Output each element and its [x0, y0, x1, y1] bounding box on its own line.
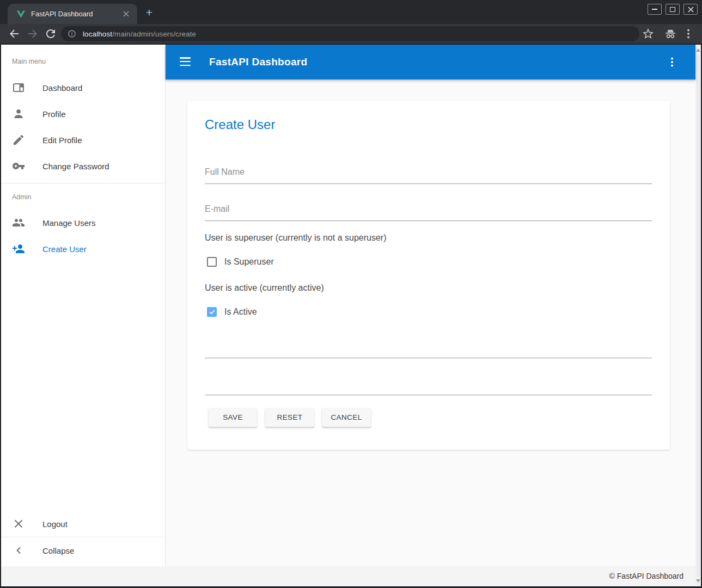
sidebar-item-label: Edit Profile	[42, 136, 82, 145]
url-path: /main/admin/users/create	[112, 30, 196, 38]
confirm-password-field-wrap	[205, 373, 652, 395]
email-input[interactable]	[205, 199, 652, 220]
email-field-wrap	[205, 199, 652, 221]
is-active-label: Is Active	[224, 307, 257, 317]
sidebar-item-logout[interactable]: Logout	[1, 511, 165, 537]
check-icon	[209, 309, 216, 316]
app-footer: © FastAPI Dashboard	[1, 566, 695, 586]
active-hint: User is active (currently active)	[205, 283, 324, 293]
sidebar-item-label: Manage Users	[42, 218, 96, 228]
page-title: Create User	[205, 117, 275, 132]
confirm-password-input[interactable]	[205, 373, 652, 395]
sidebar-item-create-user[interactable]: Create User	[1, 236, 165, 262]
maximize-icon	[670, 7, 675, 12]
sidebar-item-profile[interactable]: Profile	[1, 101, 165, 127]
set-password-field-wrap	[205, 336, 652, 358]
tab-close-icon[interactable]	[121, 9, 131, 19]
app-menu-kebab-icon[interactable]	[666, 56, 679, 69]
reset-button[interactable]: RESET	[265, 408, 314, 427]
people-icon	[12, 216, 25, 229]
app-header: FastAPI Dashboard	[166, 45, 695, 79]
hamburger-menu-icon[interactable]	[180, 57, 191, 66]
address-bar[interactable]: localhost/main/admin/users/create	[61, 26, 639, 41]
app-viewport: Main menu Dashboard Profile	[1, 45, 701, 586]
sidebar-item-label: Dashboard	[42, 83, 82, 93]
window-controls	[648, 4, 698, 15]
is-superuser-checkbox-row[interactable]: Is Superuser	[207, 257, 274, 267]
pencil-icon	[12, 133, 25, 146]
browser-window: FastAPI Dashboard + localh	[0, 0, 702, 588]
minimize-button[interactable]	[648, 4, 662, 15]
browser-tab[interactable]: FastAPI Dashboard	[8, 4, 137, 24]
sidebar-item-label: Create User	[42, 244, 87, 254]
app-title: FastAPI Dashboard	[209, 45, 307, 79]
create-user-card: Create User User is superuser (currently…	[187, 101, 670, 450]
key-icon	[12, 160, 25, 173]
is-active-checkbox[interactable]	[207, 307, 217, 317]
main-content: FastAPI Dashboard Create User User is su…	[166, 45, 695, 566]
full-name-field-wrap	[205, 162, 652, 184]
sidebar-item-change-password[interactable]: Change Password	[1, 153, 165, 179]
page-scrollbar[interactable]	[695, 45, 701, 586]
scroll-down-icon[interactable]	[696, 579, 700, 583]
set-password-input[interactable]	[205, 336, 652, 358]
scrollbar-thumb[interactable]	[696, 54, 700, 576]
is-superuser-checkbox[interactable]	[207, 257, 217, 267]
tab-title: FastAPI Dashboard	[31, 10, 121, 18]
scroll-up-icon[interactable]	[696, 48, 700, 52]
sidebar-item-collapse[interactable]: Collapse	[1, 537, 165, 564]
url-text: localhost/main/admin/users/create	[83, 30, 196, 38]
dashboard-icon	[12, 81, 25, 94]
bookmark-star-icon[interactable]	[642, 27, 655, 40]
vue-logo-icon	[16, 9, 26, 19]
sidebar: Main menu Dashboard Profile	[1, 45, 166, 566]
maximize-button[interactable]	[666, 4, 680, 15]
person-icon	[12, 107, 25, 120]
is-superuser-label: Is Superuser	[224, 257, 274, 267]
forward-button[interactable]	[26, 27, 39, 40]
site-info-icon[interactable]	[68, 29, 76, 38]
sidebar-item-label: Profile	[42, 109, 66, 119]
sidebar-item-edit-profile[interactable]: Edit Profile	[1, 127, 165, 153]
browser-menu-icon[interactable]	[682, 27, 695, 40]
sidebar-item-label: Change Password	[42, 162, 109, 171]
url-host: localhost	[83, 30, 112, 38]
chevron-left-icon	[12, 544, 25, 557]
close-x-icon	[12, 517, 25, 530]
sidebar-item-manage-users[interactable]: Manage Users	[1, 210, 165, 236]
tab-bar: FastAPI Dashboard +	[0, 0, 702, 24]
incognito-icon	[664, 27, 677, 40]
sidebar-item-dashboard[interactable]: Dashboard	[1, 75, 165, 101]
browser-toolbar: localhost/main/admin/users/create	[0, 24, 702, 45]
back-button[interactable]	[8, 27, 21, 40]
superuser-hint: User is superuser (currently is not a su…	[205, 233, 386, 243]
sidebar-item-label: Logout	[42, 519, 68, 529]
sidebar-section-admin: Admin	[12, 193, 31, 201]
is-active-checkbox-row[interactable]: Is Active	[207, 307, 257, 317]
cancel-button[interactable]: CANCEL	[322, 408, 371, 427]
full-name-input[interactable]	[205, 162, 652, 183]
person-add-icon	[12, 242, 25, 255]
sidebar-section-main-menu: Main menu	[12, 58, 46, 65]
close-icon	[688, 7, 694, 13]
close-button[interactable]	[683, 4, 698, 15]
sidebar-item-label: Collapse	[42, 546, 74, 555]
copyright-text: © FastAPI Dashboard	[609, 572, 695, 580]
minimize-icon	[652, 9, 657, 10]
save-button[interactable]: SAVE	[209, 408, 257, 427]
new-tab-button[interactable]: +	[142, 5, 157, 20]
reload-button[interactable]	[44, 27, 57, 40]
sidebar-divider	[1, 183, 165, 183]
